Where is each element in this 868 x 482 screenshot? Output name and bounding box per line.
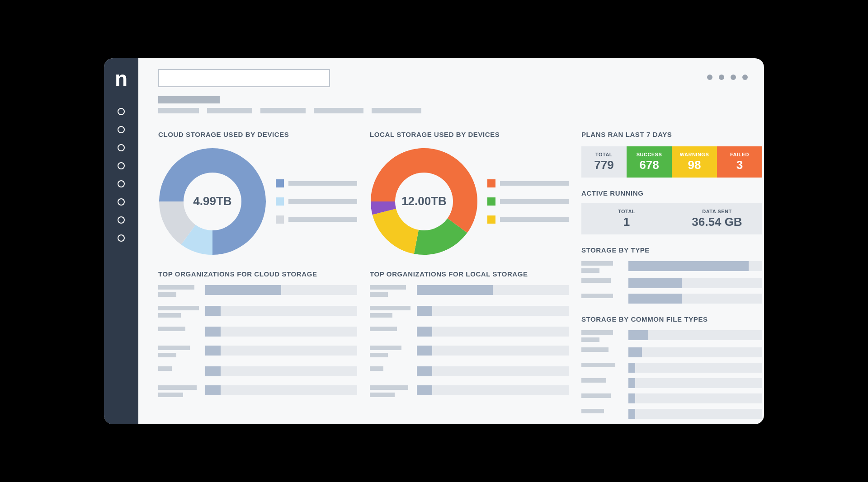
storage-filetype-list: [581, 330, 762, 419]
heading-active: ACTIVE RUNNING: [581, 189, 762, 197]
bar-track: [417, 285, 569, 295]
list-item: [158, 285, 357, 297]
list-item: [581, 393, 762, 403]
list-item: [370, 366, 569, 376]
list-item: [158, 327, 357, 337]
heading-local-storage: LOCAL STORAGE USED BY DEVICES: [370, 131, 569, 138]
column-local: LOCAL STORAGE USED BY DEVICES 12.00TB TO…: [370, 131, 569, 419]
bar-track: [417, 327, 569, 337]
list-item: [370, 285, 569, 297]
local-legend: [487, 179, 569, 224]
cloud-legend-item-3: [276, 215, 357, 224]
bar-track: [628, 409, 762, 419]
nav-item-5[interactable]: [118, 180, 125, 187]
search-input[interactable]: [158, 69, 330, 87]
active-stat-strip: TOTAL 1 DATA SENT 36.54 GB: [581, 203, 762, 234]
local-donut-chart: 12.00TB: [370, 147, 478, 256]
plans-warnings[interactable]: WARNINGS 98: [672, 146, 717, 178]
heading-plans: PLANS RAN LAST 7 DAYS: [581, 131, 762, 138]
nav-item-7[interactable]: [118, 216, 125, 224]
tab-5[interactable]: [372, 108, 421, 113]
bar-track: [205, 327, 357, 337]
column-cloud: CLOUD STORAGE USED BY DEVICES 4.99TB TOP…: [158, 131, 357, 419]
list-item: [370, 327, 569, 337]
nav-item-8[interactable]: [118, 234, 125, 242]
list-item: [158, 385, 357, 397]
column-stats: PLANS RAN LAST 7 DAYS TOTAL 779 SUCCESS …: [581, 131, 762, 419]
top-org-cloud-list: [158, 285, 357, 397]
list-item: [581, 294, 762, 304]
list-item: [581, 409, 762, 419]
cloud-donut-value: 4.99TB: [158, 147, 267, 256]
nav-item-6[interactable]: [118, 198, 125, 206]
swatch-icon: [276, 179, 284, 187]
plans-stat-strip: TOTAL 779 SUCCESS 678 WARNINGS 98 FAILED…: [581, 146, 762, 178]
bar-track: [205, 366, 357, 376]
swatch-icon: [276, 197, 284, 206]
list-item: [158, 366, 357, 376]
main-content: CLOUD STORAGE USED BY DEVICES 4.99TB TOP…: [138, 58, 764, 424]
nav-item-2[interactable]: [118, 126, 125, 133]
nav-item-3[interactable]: [118, 144, 125, 151]
sidebar: n: [104, 58, 138, 424]
bar-track: [205, 306, 357, 316]
bar-track: [417, 366, 569, 376]
bar-track: [628, 363, 762, 373]
header-action-3[interactable]: [731, 75, 736, 80]
bar-track: [628, 393, 762, 403]
heading-cloud-storage: CLOUD STORAGE USED BY DEVICES: [158, 131, 357, 138]
swatch-icon: [276, 215, 284, 224]
swatch-icon: [487, 197, 495, 206]
cloud-legend: [276, 179, 357, 224]
list-item: [370, 346, 569, 357]
header-action-2[interactable]: [719, 75, 724, 80]
tab-2[interactable]: [207, 108, 252, 113]
bar-track: [628, 294, 762, 304]
bar-track: [205, 285, 357, 295]
list-item: [581, 278, 762, 288]
page-title: [158, 96, 220, 103]
tab-4[interactable]: [314, 108, 363, 113]
plans-total[interactable]: TOTAL 779: [581, 146, 627, 178]
plans-failed[interactable]: FAILED 3: [717, 146, 762, 178]
active-total[interactable]: TOTAL 1: [581, 203, 672, 234]
list-item: [581, 363, 762, 373]
header-action-4[interactable]: [742, 75, 748, 80]
bar-track: [417, 346, 569, 356]
heading-top-org-cloud: TOP ORGANIZATIONS FOR CLOUD STORAGE: [158, 270, 357, 278]
heading-storage-filetype: STORAGE BY COMMON FILE TYPES: [581, 315, 762, 323]
heading-top-org-local: TOP ORGANIZATIONS FOR LOCAL STORAGE: [370, 270, 569, 278]
swatch-icon: [487, 215, 495, 224]
top-org-local-list: [370, 285, 569, 397]
bar-track: [628, 261, 762, 271]
local-donut-value: 12.00TB: [370, 147, 478, 256]
local-legend-item-2: [487, 197, 569, 206]
cloud-donut-chart: 4.99TB: [158, 147, 267, 256]
tab-bar: [158, 108, 751, 113]
bar-track: [628, 347, 762, 357]
cloud-legend-item-1: [276, 179, 357, 187]
local-legend-item-1: [487, 179, 569, 187]
list-item: [158, 306, 357, 318]
nav-item-1[interactable]: [118, 108, 125, 115]
bar-track: [205, 346, 357, 356]
header-action-1[interactable]: [707, 75, 712, 80]
list-item: [581, 330, 762, 342]
plans-success[interactable]: SUCCESS 678: [627, 146, 672, 178]
tab-1[interactable]: [158, 108, 199, 113]
list-item: [158, 346, 357, 357]
bar-track: [417, 306, 569, 316]
list-item: [581, 261, 762, 273]
list-item: [370, 306, 569, 318]
header-actions: [707, 75, 748, 80]
list-item: [581, 378, 762, 388]
bar-track: [628, 330, 762, 340]
active-sent[interactable]: DATA SENT 36.54 GB: [672, 203, 762, 234]
nav-item-4[interactable]: [118, 162, 125, 169]
tab-3[interactable]: [260, 108, 306, 113]
local-legend-item-3: [487, 215, 569, 224]
storage-type-list: [581, 261, 762, 304]
bar-track: [628, 278, 762, 288]
brand-logo: n: [115, 68, 127, 89]
app-window: n CLOUD STORAGE USED BY DEVICE: [104, 58, 764, 424]
